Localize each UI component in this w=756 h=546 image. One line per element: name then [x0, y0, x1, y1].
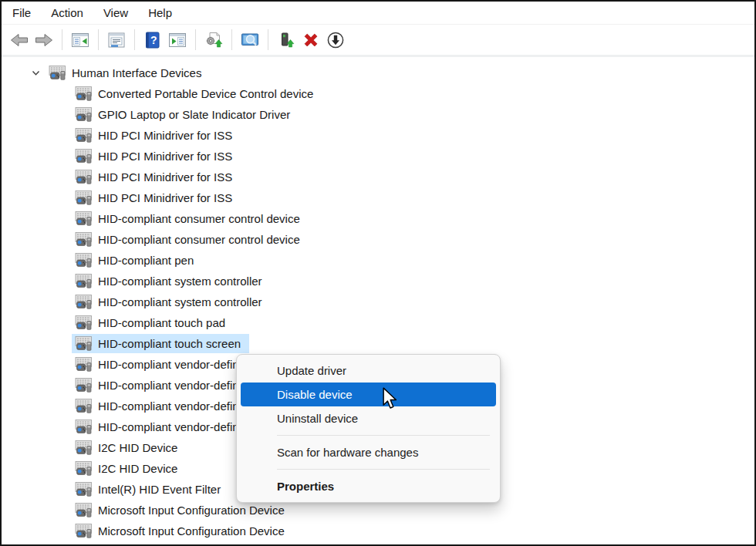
device-tree-item[interactable]: HID-compliant system controller — [2, 271, 754, 292]
menu-item-properties[interactable]: Properties — [241, 474, 496, 498]
back-button[interactable] — [8, 29, 31, 52]
uninstall-x-icon — [301, 30, 321, 50]
device-name: Intel(R) HID Event Filter — [98, 480, 221, 499]
device-name: HID PCI Minidriver for ISS — [98, 188, 232, 207]
device-row-highlight: HID-compliant system controller — [72, 292, 271, 312]
device-row-highlight: I2C HID Device — [72, 459, 186, 478]
device-tree-item[interactable]: HID-compliant consumer control device — [2, 229, 754, 250]
device-name: Microsoft Input Configuration Device — [98, 501, 285, 520]
device-row-highlight: HID-compliant touch screen — [72, 334, 249, 353]
update-driver-icon — [204, 30, 224, 50]
menu-bar: File Action View Help — [2, 2, 754, 25]
device-tree-item[interactable]: HID-compliant pen — [2, 250, 754, 271]
device-row-highlight: Microsoft Input Configuration Device — [72, 521, 293, 541]
tree-node-human-interface-devices[interactable]: Human Interface Devices — [2, 62, 754, 83]
device-row-highlight: HID-compliant system controller — [72, 271, 271, 291]
hid-device-icon — [75, 190, 93, 205]
device-tree-item[interactable]: HID-compliant consumer control device — [2, 208, 754, 229]
toolbar-separator — [62, 29, 62, 50]
hid-device-icon — [75, 232, 93, 247]
device-name: I2C HID Device — [98, 459, 177, 478]
properties-button[interactable] — [105, 29, 128, 52]
device-tree-item[interactable]: HID PCI Minidriver for ISS — [2, 187, 754, 208]
device-name: HID-compliant touch screen — [98, 334, 241, 353]
device-tree-item[interactable]: HID-compliant system controller — [2, 292, 754, 312]
category-label: Human Interface Devices — [72, 63, 201, 83]
forward-button[interactable] — [32, 29, 56, 52]
device-row-highlight: HID PCI Minidriver for ISS — [72, 167, 241, 187]
hid-device-icon — [75, 107, 93, 122]
device-tree-item[interactable]: HID PCI Minidriver for ISS — [2, 146, 754, 167]
device-row-highlight: HID PCI Minidriver for ISS — [72, 188, 241, 207]
chevron-expanded-icon[interactable] — [30, 67, 42, 79]
device-tree-item[interactable]: Converted Portable Device Control device — [2, 83, 754, 104]
device-manager-window: File Action View Help — [0, 0, 756, 546]
toolbar-separator — [134, 29, 135, 50]
device-name: HID PCI Minidriver for ISS — [98, 126, 232, 145]
back-arrow-icon — [9, 30, 29, 50]
device-name: HID PCI Minidriver for ISS — [98, 147, 232, 166]
scan-hardware-icon — [240, 30, 260, 50]
hid-device-icon — [75, 399, 93, 413]
device-row-highlight: Microsoft Input Configuration Device — [72, 501, 293, 520]
device-tree-item[interactable]: HID-compliant touch pad — [2, 312, 754, 333]
update-device-driver-button[interactable] — [275, 29, 298, 52]
menu-item-disable-device[interactable]: Disable device — [241, 383, 496, 406]
device-row-highlight: HID-compliant touch pad — [72, 313, 234, 332]
menu-item-uninstall-device[interactable]: Uninstall device — [241, 406, 496, 430]
toolbar-separator — [195, 29, 196, 50]
hid-device-icon — [75, 440, 93, 455]
properties-icon — [106, 30, 127, 50]
uninstall-device-button[interactable] — [299, 29, 322, 52]
menu-action[interactable]: Action — [41, 2, 93, 24]
device-row-highlight: Intel(R) HID Event Filter — [72, 480, 229, 499]
help-button[interactable]: ? — [141, 29, 164, 52]
menu-item-scan-hardware-changes[interactable]: Scan for hardware changes — [241, 440, 496, 464]
scan-hardware-changes-button[interactable] — [238, 29, 262, 52]
device-tree-item[interactable]: HID PCI Minidriver for ISS — [2, 167, 754, 187]
menu-separator — [277, 435, 490, 436]
device-name: HID-compliant consumer control device — [98, 230, 300, 249]
show-action-pane-button[interactable] — [166, 29, 189, 52]
device-row-highlight: I2C HID Device — [72, 438, 186, 457]
device-tree-item[interactable]: HID PCI Minidriver for ISS — [2, 125, 754, 146]
disable-device-button[interactable] — [324, 29, 347, 52]
hid-device-icon — [75, 253, 93, 268]
device-name: HID-compliant system controller — [98, 292, 262, 312]
device-row-highlight: HID-compliant consumer control device — [72, 209, 309, 228]
device-tree-item[interactable] — [2, 541, 754, 544]
menu-help[interactable]: Help — [138, 2, 182, 24]
hid-device-icon — [75, 503, 93, 517]
menu-separator — [277, 469, 490, 470]
device-row-highlight: HID-compliant consumer control device — [72, 230, 309, 249]
hid-device-icon — [75, 295, 93, 309]
hid-device-icon — [75, 128, 93, 143]
device-name: HID-compliant system controller — [98, 271, 262, 291]
menu-item-update-driver[interactable]: Update driver — [241, 359, 496, 383]
menu-view[interactable]: View — [93, 2, 138, 24]
device-name: HID-compliant pen — [98, 251, 194, 270]
device-tree-item[interactable]: GPIO Laptop or Slate Indicator Driver — [2, 104, 754, 125]
device-name: I2C HID Device — [98, 438, 177, 457]
toolbar-separator — [98, 29, 99, 50]
hid-device-icon — [75, 357, 93, 372]
console-tree-icon — [70, 30, 90, 50]
device-row-highlight — [72, 542, 106, 544]
device-row-highlight: GPIO Laptop or Slate Indicator Driver — [72, 105, 299, 124]
show-console-tree-button[interactable] — [69, 29, 92, 52]
help-icon: ? — [143, 30, 163, 50]
update-driver-button[interactable] — [202, 29, 225, 52]
hid-device-icon — [75, 86, 93, 101]
device-tree-item[interactable]: Microsoft Input Configuration Device — [2, 521, 754, 541]
device-name: HID PCI Minidriver for ISS — [98, 167, 232, 187]
hid-device-icon — [75, 461, 93, 476]
hid-device-icon — [75, 315, 93, 330]
device-tree-item[interactable]: Microsoft Input Configuration Device — [2, 500, 754, 521]
device-row-highlight: HID PCI Minidriver for ISS — [72, 126, 241, 145]
device-name: HID-compliant touch pad — [98, 313, 225, 332]
device-tree-item[interactable]: HID-compliant touch screen — [2, 333, 754, 354]
device-row-highlight: HID PCI Minidriver for ISS — [72, 147, 241, 166]
svg-text:?: ? — [150, 34, 157, 46]
hid-device-icon — [75, 378, 93, 393]
menu-file[interactable]: File — [2, 2, 41, 24]
